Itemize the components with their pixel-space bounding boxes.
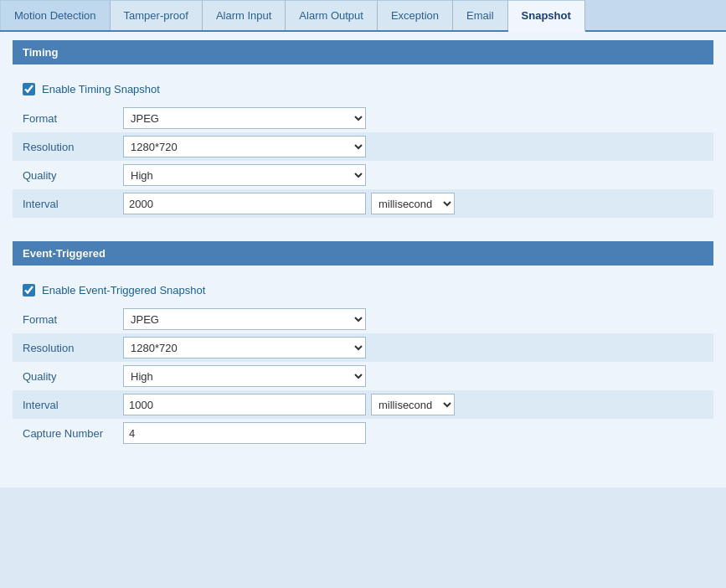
timing-interval-control: millisecond second: [123, 193, 455, 214]
event-triggered-section: Event-Triggered Enable Event-Triggered S…: [13, 241, 713, 457]
event-format-control: JPEG: [123, 308, 366, 330]
timing-resolution-row: Resolution 1280*720 1920*1080 640*480: [13, 132, 713, 161]
timing-quality-select[interactable]: High Medium Low: [123, 164, 366, 186]
tab-motion-detection[interactable]: Motion Detection: [0, 0, 111, 30]
timing-header: Timing: [13, 40, 713, 64]
timing-resolution-control: 1280*720 1920*1080 640*480: [123, 136, 366, 157]
event-capture-row: Capture Number: [13, 419, 713, 447]
event-quality-label: Quality: [23, 370, 123, 383]
tab-alarm-input[interactable]: Alarm Input: [203, 0, 286, 30]
timing-quality-control: High Medium Low: [123, 164, 366, 186]
event-quality-row: Quality High Medium Low: [13, 362, 713, 390]
timing-title: Timing: [23, 46, 58, 59]
event-format-label: Format: [23, 313, 123, 326]
event-format-row: Format JPEG: [13, 305, 713, 333]
event-interval-unit-select[interactable]: millisecond second: [371, 394, 455, 415]
tab-email[interactable]: Email: [453, 0, 508, 30]
event-interval-row: Interval millisecond second: [13, 390, 713, 419]
event-capture-control: [123, 422, 366, 444]
event-enable-label: Enable Event-Triggered Snapshot: [42, 284, 205, 297]
event-triggered-body: Enable Event-Triggered Snapshot Format J…: [13, 272, 713, 457]
timing-resolution-label: Resolution: [23, 141, 123, 153]
event-resolution-label: Resolution: [23, 342, 123, 354]
event-enable-checkbox[interactable]: [23, 284, 35, 297]
timing-interval-row: Interval millisecond second: [13, 189, 713, 218]
timing-interval-input[interactable]: [123, 193, 366, 214]
event-resolution-control: 1280*720 1920*1080 640*480: [123, 337, 366, 358]
tab-exception[interactable]: Exception: [378, 0, 453, 30]
event-resolution-select[interactable]: 1280*720 1920*1080 640*480: [123, 337, 366, 358]
timing-format-select[interactable]: JPEG: [123, 107, 366, 129]
event-enable-row[interactable]: Enable Event-Triggered Snapshot: [13, 279, 713, 305]
event-triggered-header: Event-Triggered: [13, 241, 713, 266]
timing-quality-row: Quality High Medium Low: [13, 161, 713, 189]
event-quality-select[interactable]: High Medium Low: [123, 365, 366, 387]
tab-snapshot[interactable]: Snapshot: [508, 0, 585, 32]
tab-bar: Motion DetectionTamper-proofAlarm InputA…: [0, 0, 726, 32]
event-interval-input[interactable]: [123, 394, 366, 415]
timing-section: Timing Enable Timing Snapshot Format JPE…: [13, 40, 713, 228]
timing-body: Enable Timing Snapshot Format JPEG Resol…: [13, 71, 713, 228]
main-content: Timing Enable Timing Snapshot Format JPE…: [0, 32, 726, 487]
event-interval-control: millisecond second: [123, 394, 455, 415]
timing-enable-label: Enable Timing Snapshot: [42, 83, 160, 95]
event-triggered-title: Event-Triggered: [23, 247, 106, 260]
timing-interval-label: Interval: [23, 198, 123, 210]
event-quality-control: High Medium Low: [123, 365, 366, 387]
timing-format-label: Format: [23, 112, 123, 125]
timing-format-row: Format JPEG: [13, 104, 713, 132]
event-capture-input[interactable]: [123, 422, 366, 444]
event-interval-label: Interval: [23, 399, 123, 411]
timing-enable-checkbox[interactable]: [23, 83, 35, 95]
timing-enable-row[interactable]: Enable Timing Snapshot: [13, 78, 713, 104]
event-capture-label: Capture Number: [23, 427, 123, 440]
timing-resolution-select[interactable]: 1280*720 1920*1080 640*480: [123, 136, 366, 157]
timing-quality-label: Quality: [23, 169, 123, 182]
event-format-select[interactable]: JPEG: [123, 308, 366, 330]
timing-interval-unit-select[interactable]: millisecond second: [371, 193, 455, 214]
tab-tamper-proof[interactable]: Tamper-proof: [111, 0, 203, 30]
timing-format-control: JPEG: [123, 107, 366, 129]
tab-alarm-output[interactable]: Alarm Output: [286, 0, 378, 30]
event-resolution-row: Resolution 1280*720 1920*1080 640*480: [13, 333, 713, 362]
